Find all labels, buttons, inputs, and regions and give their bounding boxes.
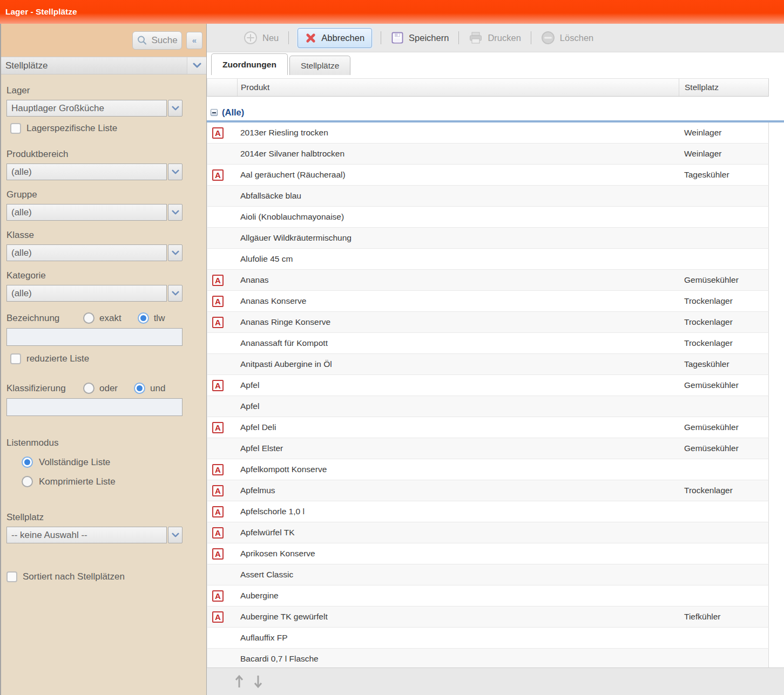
scroll-up-button[interactable]	[234, 674, 245, 689]
klasse-dropdown-value[interactable]: (alle)	[6, 244, 167, 261]
kategorie-dropdown-button[interactable]	[168, 285, 183, 302]
article-flag-cell: A	[207, 296, 237, 307]
flag-column-header[interactable]	[207, 79, 237, 96]
produkt-column-header[interactable]: Produkt	[237, 79, 679, 96]
toolbar-separator	[381, 31, 381, 44]
komprimierte-liste-radio-row[interactable]: Komprimierte Liste	[22, 476, 183, 487]
table-row[interactable]: A Anitpasti Aubergine in Öl Tageskühler	[207, 354, 769, 375]
article-flag-cell: A	[207, 212, 237, 223]
tab-zuordnungen[interactable]: Zuordnungen	[211, 53, 288, 75]
lager-dropdown-value[interactable]: Hauptlager Großküche	[6, 100, 167, 117]
table-row[interactable]: A Ananas Ringe Konserve Trockenlager	[207, 312, 769, 333]
table-row[interactable]: A Bacardi 0,7 l Flasche	[207, 649, 769, 670]
bezeichnung-tlw-radio-row[interactable]: tlw	[138, 312, 165, 324]
klassifizierung-und-radio[interactable]	[134, 383, 145, 394]
arrow-down-icon	[253, 674, 263, 689]
table-row[interactable]: A 2013er Riesling trocken Weinlager	[207, 122, 769, 144]
article-flag-cell: A	[207, 569, 237, 581]
table-row[interactable]: A Alufolie 45 cm	[207, 249, 769, 270]
sidebar-collapse-button[interactable]: «	[186, 32, 202, 49]
table-row[interactable]: A Ananas Gemüsekühler	[207, 270, 769, 291]
product-name-cell: Ananas Konserve	[237, 296, 679, 306]
table-row[interactable]: A Aubergine TK gewürfelt Tiefkühler	[207, 607, 769, 628]
table-row[interactable]: A Aioli (Knoblauchmayonaise)	[207, 207, 769, 228]
table-row[interactable]: A Apfelwürfel TK	[207, 522, 769, 543]
table-row[interactable]: A Ananas Konserve Trockenlager	[207, 291, 769, 312]
product-grid: Produkt Stellplatz (Alle) A 2013er Riesl…	[207, 75, 784, 695]
stellplatz-cell: Weinlager	[679, 149, 768, 159]
table-row[interactable]: A Apfel	[207, 396, 769, 417]
new-button[interactable]: Neu	[240, 31, 282, 45]
reduzierte-liste-checkbox-row[interactable]: reduzierte Liste	[10, 353, 183, 364]
lager-dropdown-button[interactable]	[168, 100, 183, 117]
lagerspezifische-liste-checkbox[interactable]	[10, 123, 21, 134]
produktbereich-dropdown-value[interactable]: (alle)	[6, 163, 167, 180]
komprimierte-liste-radio[interactable]	[22, 476, 33, 487]
table-row[interactable]: A Auflauffix FP	[207, 628, 769, 649]
reduzierte-liste-checkbox[interactable]	[10, 353, 21, 364]
scroll-down-button[interactable]	[253, 674, 263, 689]
sortiert-checkbox-row[interactable]: Sortiert nach Stellplätzen	[6, 571, 183, 582]
table-row[interactable]: A Assert Classic	[207, 564, 769, 585]
table-row[interactable]: A Apfelkompott Konserve	[207, 459, 769, 480]
bezeichnung-exakt-radio[interactable]	[83, 312, 94, 324]
sortiert-label: Sortiert nach Stellplätzen	[23, 571, 125, 582]
klassifizierung-oder-radio[interactable]	[83, 383, 94, 394]
group-label: (Alle)	[222, 107, 244, 118]
sortiert-checkbox[interactable]	[6, 571, 17, 582]
panel-collapse-button[interactable]	[187, 57, 206, 74]
bezeichnung-input[interactable]	[6, 328, 183, 346]
lagerspezifische-liste-checkbox-row[interactable]: Lagerspezifische Liste	[10, 123, 183, 134]
table-row[interactable]: A Apfel Gemüsekühler	[207, 375, 769, 396]
save-button[interactable]: Speichern	[388, 31, 452, 44]
window-title-bar: Lager - Stellplätze	[0, 0, 784, 24]
printer-icon	[469, 31, 483, 45]
table-row[interactable]: A Apfel Deli Gemüsekühler	[207, 417, 769, 438]
search-button[interactable]: Suche	[132, 31, 182, 50]
table-row[interactable]: A Abfallsäcke blau	[207, 186, 769, 207]
table-row[interactable]: A Apfelmus Trockenlager	[207, 480, 769, 501]
table-row[interactable]: A Aubergine	[207, 585, 769, 607]
stellplatz-dropdown-value[interactable]: -- keine Auswahl --	[6, 527, 167, 543]
table-row[interactable]: A Apfel Elster Gemüsekühler	[207, 438, 769, 459]
stellplatz-cell: Gemüsekühler	[679, 423, 768, 432]
gruppe-dropdown-value[interactable]: (alle)	[6, 204, 167, 221]
delete-button[interactable]: Löschen	[538, 31, 597, 45]
table-row[interactable]: A 2014er Silvaner halbtrocken Weinlager	[207, 144, 769, 165]
stellplatz-cell: Tageskühler	[679, 170, 768, 180]
klassifizierung-oder-radio-row[interactable]: oder	[83, 383, 118, 394]
klassifizierung-und-radio-row[interactable]: und	[134, 383, 165, 394]
table-row[interactable]: A Allgäuer Wildkräutermischung	[207, 228, 769, 249]
article-flag-cell: A	[207, 632, 237, 644]
table-row[interactable]: A Aprikosen Konserve	[207, 543, 769, 564]
stellplatz-column-header[interactable]: Stellplatz	[679, 79, 768, 96]
kategorie-dropdown-value[interactable]: (alle)	[6, 285, 167, 302]
print-button[interactable]: Drucken	[465, 31, 524, 45]
group-row-alle[interactable]: (Alle)	[207, 105, 784, 119]
gruppe-dropdown-button[interactable]	[168, 204, 183, 221]
table-row[interactable]: A Apfelschorle 1,0 l	[207, 501, 769, 522]
table-row[interactable]: A Ananassaft für Kompott Trockenlager	[207, 333, 769, 354]
chevron-down-icon	[172, 250, 179, 256]
vollstaendige-liste-radio-row[interactable]: Vollständige Liste	[22, 456, 183, 468]
chevron-down-icon	[172, 533, 179, 538]
klasse-dropdown-button[interactable]	[168, 244, 183, 261]
bezeichnung-tlw-radio[interactable]	[138, 312, 149, 324]
produktbereich-dropdown-button[interactable]	[168, 163, 183, 180]
tab-stellplaetze[interactable]: Stellplätze	[289, 56, 351, 75]
klassifizierung-input[interactable]	[6, 398, 183, 416]
article-flag-icon: A	[212, 169, 224, 181]
stellplatz-cell: Gemüsekühler	[679, 444, 768, 453]
product-name-cell: Ananas	[237, 275, 679, 285]
article-flag-icon: A	[212, 590, 224, 602]
grid-footer	[207, 667, 784, 695]
lagerspezifische-liste-label: Lagerspezifische Liste	[26, 123, 117, 134]
bezeichnung-exakt-radio-row[interactable]: exakt	[83, 312, 121, 324]
vollstaendige-liste-radio[interactable]	[22, 456, 33, 468]
collapse-minus-icon[interactable]	[211, 109, 218, 116]
table-row[interactable]: A Aal geräuchert (Räucheraal) Tageskühle…	[207, 165, 769, 186]
stellplatz-cell: Trockenlager	[679, 317, 768, 327]
article-flag-cell: A	[207, 653, 237, 665]
cancel-button[interactable]: Abbrechen	[298, 28, 372, 48]
stellplatz-dropdown-button[interactable]	[168, 527, 183, 543]
